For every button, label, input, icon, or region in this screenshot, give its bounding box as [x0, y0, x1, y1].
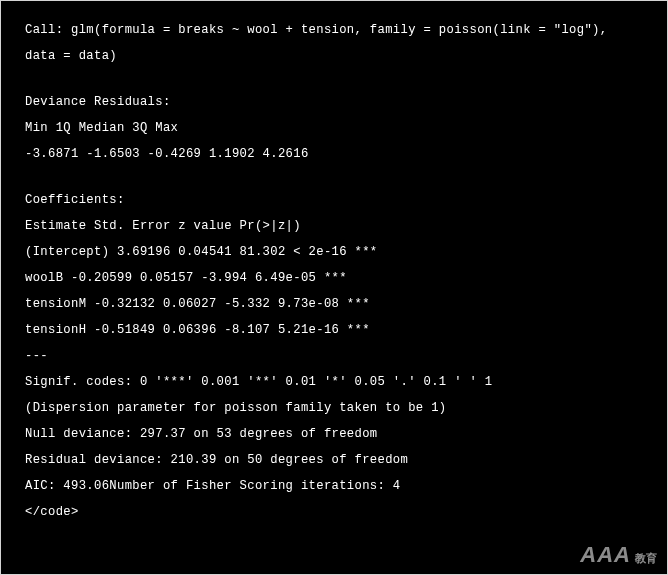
- output-line: tensionH -0.51849 0.06396 -8.107 5.21e-1…: [25, 323, 649, 337]
- watermark-main: AAA: [580, 542, 631, 568]
- watermark: AAA 教育: [580, 542, 657, 568]
- output-line: -3.6871 -1.6503 -0.4269 1.1902 4.2616: [25, 147, 649, 161]
- output-line: Null deviance: 297.37 on 53 degrees of f…: [25, 427, 649, 441]
- output-line: Coefficients:: [25, 193, 649, 207]
- watermark-sub: 教育: [635, 551, 657, 566]
- output-line: data = data): [25, 49, 649, 63]
- output-line: tensionM -0.32132 0.06027 -5.332 9.73e-0…: [25, 297, 649, 311]
- output-line: Estimate Std. Error z value Pr(>|z|): [25, 219, 649, 233]
- output-line: Residual deviance: 210.39 on 50 degrees …: [25, 453, 649, 467]
- output-line: Call: glm(formula = breaks ~ wool + tens…: [25, 23, 649, 37]
- output-line: (Intercept) 3.69196 0.04541 81.302 < 2e-…: [25, 245, 649, 259]
- output-line: woolB -0.20599 0.05157 -3.994 6.49e-05 *…: [25, 271, 649, 285]
- output-line: Deviance Residuals:: [25, 95, 649, 109]
- output-line: Signif. codes: 0 '***' 0.001 '**' 0.01 '…: [25, 375, 649, 389]
- output-line: AIC: 493.06Number of Fisher Scoring iter…: [25, 479, 649, 493]
- output-line: (Dispersion parameter for poisson family…: [25, 401, 649, 415]
- console-output: Call: glm(formula = breaks ~ wool + tens…: [25, 23, 649, 519]
- output-line: ---: [25, 349, 649, 363]
- console-frame: Call: glm(formula = breaks ~ wool + tens…: [0, 0, 668, 575]
- output-line: Min 1Q Median 3Q Max: [25, 121, 649, 135]
- output-line: </code>: [25, 505, 649, 519]
